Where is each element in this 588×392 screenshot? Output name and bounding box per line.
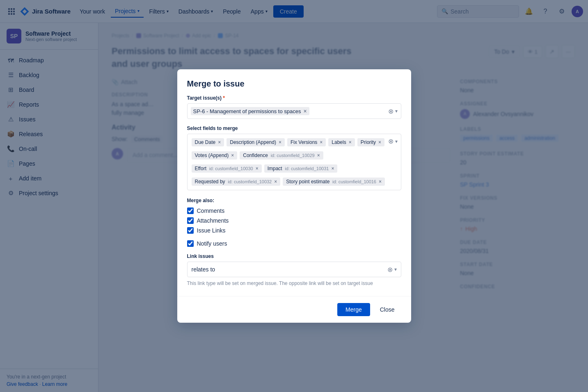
field-chip-impact-remove[interactable]: × [331, 166, 334, 171]
merge-also-section: Merge also: Comments Attachments Issue L… [187, 198, 401, 234]
field-chip-due-date: Due Date × [192, 138, 224, 146]
field-chip-confidence-remove[interactable]: × [317, 153, 320, 158]
target-issue-tag-remove[interactable]: × [304, 108, 307, 114]
attachments-checkbox-label: Attachments [197, 217, 229, 224]
link-select-actions: ⊗ ▾ [387, 266, 397, 273]
merge-also-label: Merge also: [187, 198, 401, 203]
field-chip-confidence: Confidence id: customfield_10029 × [240, 151, 323, 160]
merge-button[interactable]: Merge [337, 303, 370, 316]
field-chip-description-append-remove[interactable]: × [279, 139, 281, 145]
modal-overlay: Merge to issue Target issue(s) * SP-6 - … [98, 23, 588, 392]
fields-box: Due Date × Description (Append) × Fix Ve… [187, 134, 401, 190]
field-chip-fix-versions: Fix Versions × [287, 138, 326, 146]
field-chip-labels-remove[interactable]: × [349, 139, 352, 145]
main-content: Projects / Software Project / Add epic /… [98, 23, 588, 392]
field-chip-due-date-remove[interactable]: × [218, 139, 221, 145]
merge-to-issue-modal: Merge to issue Target issue(s) * SP-6 - … [177, 69, 411, 323]
target-issue-input-actions: ⊗ ▾ [388, 107, 398, 115]
target-issue-clear-icon[interactable]: ⊗ [388, 107, 394, 115]
field-chip-requested-by-remove[interactable]: × [274, 179, 277, 185]
field-chip-fix-versions-remove[interactable]: × [320, 139, 323, 145]
modal-header: Merge to issue [177, 69, 411, 95]
modal-title: Merge to issue [187, 79, 401, 89]
required-marker: * [223, 95, 225, 101]
fields-section: Select fields to merge Due Date × Descri… [187, 125, 401, 190]
target-issue-field: Target issue(s) * SP-6 - Management of p… [187, 95, 401, 119]
link-select-value: relates to [192, 266, 387, 273]
field-chip-story-point-estimate: Story point estimate id: customfield_100… [283, 178, 385, 186]
target-issue-tag: SP-6 - Management of permissions to spac… [191, 107, 309, 115]
field-chip-labels: Labels × [328, 138, 355, 146]
issue-links-checkbox[interactable] [187, 227, 194, 234]
field-chip-priority-remove[interactable]: × [378, 139, 381, 145]
comments-checkbox-label: Comments [197, 207, 225, 214]
target-issue-label: Target issue(s) * [187, 95, 401, 101]
fields-label: Select fields to merge [187, 125, 401, 131]
field-chip-votes-append-remove[interactable]: × [231, 153, 234, 158]
field-chip-story-point-estimate-remove[interactable]: × [379, 179, 382, 185]
link-note: This link type will be set on merged iss… [187, 280, 401, 286]
fields-box-actions: ⊗ ▾ [388, 137, 398, 145]
link-clear-icon[interactable]: ⊗ [387, 266, 393, 273]
comments-checkbox[interactable] [187, 207, 194, 214]
link-issues-label: Link issues [187, 253, 401, 259]
link-section: Link issues relates to ⊗ ▾ This link typ… [187, 253, 401, 286]
link-issues-select[interactable]: relates to ⊗ ▾ [187, 262, 401, 277]
field-chip-effort: Effort id: customfield_10030 × [192, 164, 262, 173]
checkbox-comments[interactable]: Comments [187, 207, 401, 214]
issue-links-checkbox-label: Issue Links [197, 227, 226, 234]
link-chevron-icon[interactable]: ▾ [394, 267, 397, 272]
notify-users-checkbox[interactable] [187, 240, 194, 247]
field-chip-priority: Priority × [357, 138, 384, 146]
notify-section: Notify users [187, 240, 401, 247]
checkbox-notify-users[interactable]: Notify users [187, 240, 401, 247]
fields-clear-icon[interactable]: ⊗ [388, 137, 394, 145]
field-chip-impact: Impact id: customfield_10031 × [264, 164, 338, 173]
close-modal-button[interactable]: Close [373, 303, 401, 316]
fields-chevron-icon[interactable]: ▾ [395, 139, 398, 144]
field-chip-description-append: Description (Append) × [227, 138, 285, 146]
notify-users-label: Notify users [197, 240, 227, 247]
modal-body: Target issue(s) * SP-6 - Management of p… [177, 95, 411, 296]
modal-footer: Merge Close [177, 296, 411, 323]
target-issue-input[interactable]: SP-6 - Management of permissions to spac… [187, 103, 401, 119]
field-chip-votes-append: Votes (Append) × [192, 151, 238, 160]
target-issue-chevron-icon[interactable]: ▾ [395, 108, 398, 114]
checkbox-attachments[interactable]: Attachments [187, 217, 401, 224]
field-chip-requested-by: Requested by id: customfield_10032 × [192, 178, 281, 186]
checkbox-issue-links[interactable]: Issue Links [187, 227, 401, 234]
attachments-checkbox[interactable] [187, 217, 194, 224]
field-chip-effort-remove[interactable]: × [256, 166, 259, 171]
